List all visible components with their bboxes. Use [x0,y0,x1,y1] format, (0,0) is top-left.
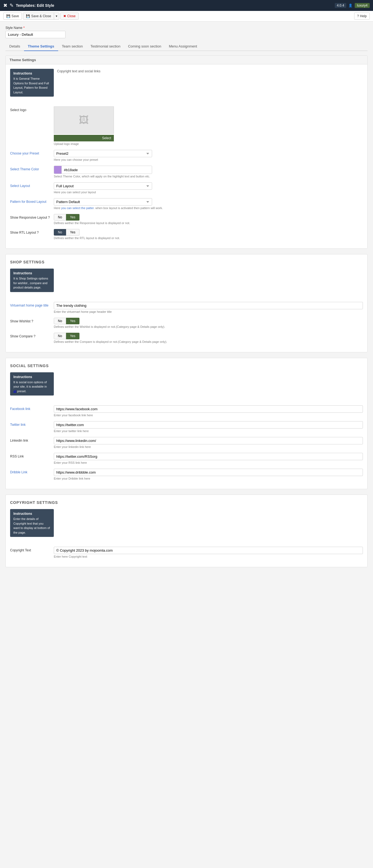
theme-settings-panel-title: Theme Settings [9,58,36,62]
logo-select-button[interactable]: Select [54,135,114,142]
pattern-boxed-select[interactable]: Pattern Default [54,198,152,206]
choose-preset-select[interactable]: Preset2 [54,150,152,157]
wishlist-row: Show Wishlist ? No Yes Defines wether th… [10,318,363,329]
theme-color-label: Select Theme Color [10,166,54,171]
linkedin-input[interactable] [54,437,363,444]
dribble-label: Dribble Link [10,469,54,474]
save-button[interactable]: 💾 Save [3,12,22,20]
top-bar-left: ✖ ✎ Templates: Edit Style [3,2,54,8]
social-instructions-wrapper: Instructions It is social icon options o… [10,372,363,400]
tab-team-section[interactable]: Team section [58,42,87,51]
pattern-boxed-label: Pattern for Boxed Layout [10,198,54,204]
dribble-hint: Enter your Dribble link here [54,477,363,480]
pencil-icon: ✎ [9,2,14,8]
social-instructions-box: Instructions It is social icon options o… [10,372,54,396]
rss-input[interactable] [54,453,363,460]
user-badge: luxury4 [355,3,370,8]
facebook-input[interactable] [54,405,363,413]
shop-settings-panel-body: SHOP SETTINGS Instructions It is Shop Se… [6,254,367,352]
style-name-input[interactable] [5,31,65,38]
select-label: Select [102,136,111,140]
linkedin-content: Enter your linkedin link here [54,437,363,448]
tab-testimonial-section[interactable]: Testimonial section [87,42,124,51]
shop-instructions-box: Instructions It is Shop Settings options… [10,269,54,292]
theme-settings-panel-header: Theme Settings [6,56,367,64]
facebook-hint: Enter your facebook link here [54,413,363,417]
pattern-link[interactable]: you can select the patter [61,206,94,210]
select-layout-select[interactable]: Full Layout [54,182,152,190]
twitter-content: Enter your twitter link here [54,421,363,433]
choose-preset-label: Choose your Preset [10,150,54,155]
responsive-layout-content: No Yes Defines wether the Responsive lay… [54,214,363,225]
facebook-label: Facebook link [10,405,54,411]
save-close-button[interactable]: 💾 Save & Close [23,13,54,20]
linkedin-label: Linkedin link [10,437,54,442]
responsive-layout-row: Show Responsive Layout ? No Yes Defines … [10,214,363,225]
save-close-dropdown-button[interactable]: ▾ [54,13,59,20]
tab-menu-assignment[interactable]: Menu Assignment [165,42,201,51]
theme-color-content: Select Theme Color, which will apply on … [54,166,363,178]
toolbar: 💾 Save 💾 Save & Close ▾ ✖ Close ? Help [0,11,373,22]
pattern-boxed-hint: Here you can select the patter. when box… [54,206,363,210]
dribble-input[interactable] [54,469,363,476]
help-button[interactable]: ? Help [354,12,370,20]
theme-instructions-box: Instructions It is General Theme Options… [10,69,54,97]
page-content: Style Name * Details Theme Settings Team… [0,22,373,577]
wishlist-yes-button[interactable]: Yes [66,318,80,324]
social-settings-panel: SOCIAL SETTINGS Instructions It is socia… [5,358,368,489]
copyright-text-input[interactable] [54,547,363,554]
dribble-row: Dribble Link Enter your Dribble link her… [10,469,363,480]
rtl-no-button[interactable]: No [54,229,66,236]
rss-label: RSS Link [10,453,54,458]
rtl-layout-row: Show RTL Layout ? No Yes Defines wether … [10,229,363,240]
theme-instructions-title: Instructions [13,71,51,76]
wishlist-no-button[interactable]: No [54,318,66,324]
wishlist-toggle-group: No Yes [54,318,363,324]
virtuemart-title-input[interactable] [54,302,363,309]
rss-hint: Enter your RSS link here [54,461,363,464]
select-layout-label: Select Layout [10,182,54,188]
close-button[interactable]: ✖ Close [60,12,79,20]
save-close-label: Save & Close [31,14,51,18]
wishlist-label: Show Wishlist ? [10,318,54,323]
responsive-toggle-group: No Yes [54,214,363,221]
logo-upload-hint: Upload logo image [54,142,363,146]
color-swatch[interactable] [54,166,62,174]
logo-upload-wrapper: 🖼 Select [54,106,114,142]
copyright-instructions-wrapper: Instructions Enter the details of Copyri… [10,509,363,541]
copyright-text-row: Copyright Text Enter here Copyright text [10,547,363,558]
tab-theme-settings[interactable]: Theme Settings [24,42,58,51]
responsive-yes-button[interactable]: Yes [66,214,80,221]
close-label: Close [67,14,75,18]
theme-instructions-text: It is General Theme Options for Boxed an… [13,77,49,94]
help-icon: ? [357,14,359,18]
twitter-input[interactable] [54,421,363,429]
virtuemart-title-content: Enter the virtuemart home page header ti… [54,302,363,313]
tab-coming-soon-section[interactable]: Coming soon section [124,42,165,51]
compare-hint: Defines wether the Compare is displayed … [54,340,363,343]
tab-details[interactable]: Details [5,42,24,51]
responsive-hint: Defines wether the Responsive layout is … [54,221,363,225]
social-settings-section-header: SOCIAL SETTINGS [10,364,363,368]
compare-yes-button[interactable]: Yes [66,333,80,339]
toolbar-right: ? Help [354,12,370,20]
toolbar-left: 💾 Save 💾 Save & Close ▾ ✖ Close [3,12,79,20]
select-layout-content: Full Layout Here you can select your lay… [54,182,363,194]
compare-row: Show Compare ? No Yes Defines wether the… [10,333,363,343]
chevron-down-icon: ▾ [56,14,57,18]
color-text-input[interactable] [62,166,152,173]
social-instructions-link[interactable]: all [13,390,17,393]
copyright-instructions-box: Instructions Enter the details of Copyri… [10,509,54,537]
responsive-no-button[interactable]: No [54,214,66,221]
rtl-layout-content: No Yes Defines wether the RTL layout is … [54,229,363,240]
select-logo-label: Select logo [10,106,54,112]
copyright-settings-panel-body: COPYRIGHT SETTINGS Instructions Enter th… [6,495,367,567]
compare-toggle-group: No Yes [54,333,363,339]
compare-no-button[interactable]: No [54,333,66,339]
rtl-yes-button[interactable]: Yes [66,229,80,236]
choose-preset-hint: Here you can choose your preset [54,158,363,161]
help-label: Help [360,14,367,18]
save-close-icon: 💾 [26,14,30,18]
copyright-text-label: Copyright Text [10,547,54,552]
copyright-text-content: Enter here Copyright text [54,547,363,558]
